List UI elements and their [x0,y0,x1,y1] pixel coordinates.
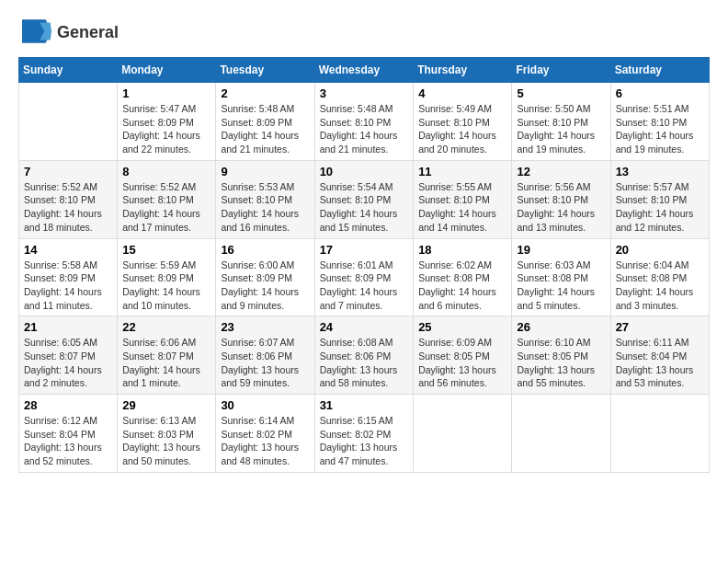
logo: General [18,18,119,48]
day-cell: 28Sunrise: 6:12 AMSunset: 8:04 PMDayligh… [19,395,118,473]
header-row: SundayMondayTuesdayWednesdayThursdayFrid… [19,58,710,83]
day-number: 21 [24,320,112,334]
day-number: 14 [24,243,112,257]
day-number: 25 [418,320,506,334]
day-info: Sunrise: 6:15 AMSunset: 8:02 PMDaylight:… [320,414,409,468]
day-info: Sunrise: 5:48 AMSunset: 8:09 PMDaylight:… [221,102,309,156]
header-cell-tuesday: Tuesday [216,58,314,83]
day-info: Sunrise: 6:09 AMSunset: 8:05 PMDaylight:… [418,336,506,390]
day-number: 30 [221,398,309,412]
day-cell: 27Sunrise: 6:11 AMSunset: 8:04 PMDayligh… [610,316,709,395]
day-number: 24 [320,320,409,334]
day-info: Sunrise: 6:03 AMSunset: 8:08 PMDaylight:… [517,259,605,313]
day-cell: 12Sunrise: 5:56 AMSunset: 8:10 PMDayligh… [512,160,610,238]
day-info: Sunrise: 5:55 AMSunset: 8:10 PMDaylight:… [418,180,506,235]
day-cell: 1Sunrise: 5:47 AMSunset: 8:09 PMDaylight… [118,83,216,161]
header-cell-monday: Monday [118,58,216,83]
day-info: Sunrise: 5:51 AMSunset: 8:10 PMDaylight:… [616,102,704,156]
day-cell [19,83,118,161]
day-number: 8 [122,165,210,178]
day-info: Sunrise: 5:58 AMSunset: 8:09 PMDaylight:… [24,259,112,313]
logo-text-line1: General [57,24,119,42]
day-number: 2 [221,86,309,100]
day-cell: 25Sunrise: 6:09 AMSunset: 8:05 PMDayligh… [414,316,512,395]
day-info: Sunrise: 6:05 AMSunset: 8:07 PMDaylight:… [24,336,112,390]
week-row-1: 1Sunrise: 5:47 AMSunset: 8:09 PMDaylight… [19,83,710,161]
day-number: 20 [616,243,704,257]
day-info: Sunrise: 5:49 AMSunset: 8:10 PMDaylight:… [418,102,506,156]
day-info: Sunrise: 6:14 AMSunset: 8:02 PMDaylight:… [221,414,309,468]
day-number: 29 [122,398,210,412]
week-row-4: 21Sunrise: 6:05 AMSunset: 8:07 PMDayligh… [19,316,710,395]
day-cell: 19Sunrise: 6:03 AMSunset: 8:08 PMDayligh… [512,238,610,316]
day-info: Sunrise: 6:08 AMSunset: 8:06 PMDaylight:… [320,336,409,390]
day-number: 5 [517,86,605,100]
day-number: 26 [517,320,605,334]
day-number: 17 [320,243,409,257]
day-cell: 16Sunrise: 6:00 AMSunset: 8:09 PMDayligh… [216,238,314,316]
day-number: 11 [418,165,506,178]
header-cell-saturday: Saturday [610,58,709,83]
calendar-body: 1Sunrise: 5:47 AMSunset: 8:09 PMDaylight… [19,83,710,473]
day-info: Sunrise: 6:12 AMSunset: 8:04 PMDaylight:… [24,414,112,468]
day-info: Sunrise: 5:53 AMSunset: 8:10 PMDaylight:… [221,180,309,235]
header-cell-friday: Friday [512,58,610,83]
day-cell: 17Sunrise: 6:01 AMSunset: 8:09 PMDayligh… [314,238,414,316]
day-number: 1 [122,86,210,100]
day-cell: 6Sunrise: 5:51 AMSunset: 8:10 PMDaylight… [610,83,709,161]
day-cell: 15Sunrise: 5:59 AMSunset: 8:09 PMDayligh… [118,238,216,316]
day-cell: 23Sunrise: 6:07 AMSunset: 8:06 PMDayligh… [216,316,314,395]
day-cell: 14Sunrise: 5:58 AMSunset: 8:09 PMDayligh… [19,238,118,316]
day-cell: 26Sunrise: 6:10 AMSunset: 8:05 PMDayligh… [512,316,610,395]
week-row-2: 7Sunrise: 5:52 AMSunset: 8:10 PMDaylight… [19,160,710,238]
day-cell: 10Sunrise: 5:54 AMSunset: 8:10 PMDayligh… [314,160,414,238]
day-number: 16 [221,243,309,257]
day-cell: 31Sunrise: 6:15 AMSunset: 8:02 PMDayligh… [314,395,414,473]
day-info: Sunrise: 5:50 AMSunset: 8:10 PMDaylight:… [517,102,605,156]
day-cell: 3Sunrise: 5:48 AMSunset: 8:10 PMDaylight… [314,83,414,161]
day-cell: 11Sunrise: 5:55 AMSunset: 8:10 PMDayligh… [414,160,512,238]
day-cell: 4Sunrise: 5:49 AMSunset: 8:10 PMDaylight… [414,83,512,161]
day-info: Sunrise: 6:13 AMSunset: 8:03 PMDaylight:… [122,414,210,468]
day-number: 12 [517,165,605,178]
header-cell-wednesday: Wednesday [314,58,414,83]
day-cell: 21Sunrise: 6:05 AMSunset: 8:07 PMDayligh… [19,316,118,395]
day-info: Sunrise: 6:01 AMSunset: 8:09 PMDaylight:… [320,259,409,313]
day-info: Sunrise: 5:47 AMSunset: 8:09 PMDaylight:… [122,102,210,156]
logo-icon [22,18,51,44]
day-cell: 18Sunrise: 6:02 AMSunset: 8:08 PMDayligh… [414,238,512,316]
calendar-table: SundayMondayTuesdayWednesdayThursdayFrid… [18,57,710,473]
day-cell: 7Sunrise: 5:52 AMSunset: 8:10 PMDaylight… [19,160,118,238]
day-number: 28 [24,398,112,412]
day-cell: 9Sunrise: 5:53 AMSunset: 8:10 PMDaylight… [216,160,314,238]
day-number: 13 [616,165,704,178]
day-cell: 22Sunrise: 6:06 AMSunset: 8:07 PMDayligh… [118,316,216,395]
week-row-3: 14Sunrise: 5:58 AMSunset: 8:09 PMDayligh… [19,238,710,316]
day-info: Sunrise: 5:48 AMSunset: 8:10 PMDaylight:… [320,102,409,156]
day-number: 6 [616,86,704,100]
day-number: 23 [221,320,309,334]
header-cell-thursday: Thursday [414,58,512,83]
day-cell: 13Sunrise: 5:57 AMSunset: 8:10 PMDayligh… [610,160,709,238]
day-info: Sunrise: 6:07 AMSunset: 8:06 PMDaylight:… [221,336,309,390]
day-cell [512,395,610,473]
day-number: 31 [320,398,409,412]
day-number: 7 [24,165,112,178]
day-cell: 30Sunrise: 6:14 AMSunset: 8:02 PMDayligh… [216,395,314,473]
day-number: 18 [418,243,506,257]
header-cell-sunday: Sunday [19,58,118,83]
day-cell: 20Sunrise: 6:04 AMSunset: 8:08 PMDayligh… [610,238,709,316]
day-number: 9 [221,165,309,178]
day-cell: 29Sunrise: 6:13 AMSunset: 8:03 PMDayligh… [118,395,216,473]
day-number: 19 [517,243,605,257]
day-info: Sunrise: 6:04 AMSunset: 8:08 PMDaylight:… [616,259,704,313]
day-cell: 5Sunrise: 5:50 AMSunset: 8:10 PMDaylight… [512,83,610,161]
day-cell [414,395,512,473]
day-info: Sunrise: 5:52 AMSunset: 8:10 PMDaylight:… [122,180,210,235]
day-info: Sunrise: 6:11 AMSunset: 8:04 PMDaylight:… [616,336,704,390]
day-info: Sunrise: 6:00 AMSunset: 8:09 PMDaylight:… [221,259,309,313]
day-cell: 2Sunrise: 5:48 AMSunset: 8:09 PMDaylight… [216,83,314,161]
day-number: 3 [320,86,409,100]
day-info: Sunrise: 5:52 AMSunset: 8:10 PMDaylight:… [24,180,112,235]
page-header: General [18,18,710,48]
